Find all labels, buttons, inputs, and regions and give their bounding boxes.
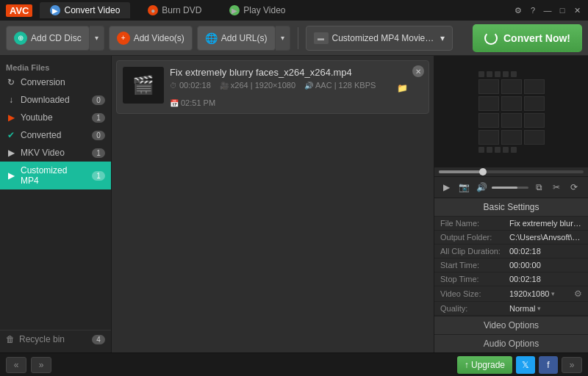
scrubber-track[interactable] — [439, 170, 584, 173]
converted-badge: 0 — [92, 131, 105, 140]
sidebar-item-mkv[interactable]: ▶ MKV Video 1 — [0, 144, 111, 162]
scissors-button[interactable]: ✂ — [549, 180, 564, 195]
convert-tab-label: Convert Video — [64, 5, 120, 15]
filename-label: File Name: — [440, 219, 506, 228]
settings-output-row: Output Folder: C:\Users\Anvsoft\Video\..… — [434, 231, 588, 245]
settings-icon[interactable]: ⚙ — [513, 5, 523, 15]
settings-start-row: Start Time: 00:00:00 — [434, 258, 588, 272]
output-value: C:\Users\Anvsoft\Video\... — [509, 233, 582, 242]
add-cd-label: Add CD Disc — [31, 33, 82, 43]
convert-now-label: Convert Now! — [503, 32, 570, 44]
mkv-badge: 1 — [92, 148, 105, 158]
bottom-right-controls: ↑ Upgrade 𝕏 f » — [457, 356, 582, 374]
quality-value[interactable]: Normal ▾ — [509, 304, 582, 313]
crop-button[interactable]: ⧉ — [531, 180, 546, 195]
preview-video-area — [434, 56, 588, 167]
twitter-button[interactable]: 𝕏 — [516, 356, 535, 374]
sidebar-section-label: Media Files — [0, 60, 111, 73]
film-icon: 🎬 — [132, 75, 154, 95]
sidebar-item-customized-mp4[interactable]: ▶ Customized MP4 1 — [0, 162, 111, 189]
convert-refresh-icon — [484, 32, 498, 45]
tab-play-video[interactable]: ▶ Play Video — [219, 2, 295, 18]
stop-label: Stop Time: — [440, 275, 506, 283]
convert-tab-icon: ▶ — [50, 5, 60, 15]
audio-options-button[interactable]: Audio Options — [434, 334, 588, 352]
play-button[interactable]: ▶ — [439, 180, 453, 195]
sidebar-item-conversion[interactable]: ↻ Conversion — [0, 73, 111, 91]
clock-icon: ⏱ — [170, 82, 177, 90]
bottom-nav-right[interactable]: » — [562, 357, 582, 373]
nav-left-button[interactable]: « — [6, 357, 26, 373]
sidebar-item-youtube[interactable]: ▶ Youtube 1 — [0, 109, 111, 126]
add-video-button[interactable]: + Add Video(s) — [109, 26, 193, 51]
main-content: Media Files ↻ Conversion ↓ Downloaded 0 … — [0, 56, 588, 352]
converted-label: Converted — [21, 130, 61, 140]
tab-burn-dvd[interactable]: ● Burn DVD — [137, 2, 212, 18]
duration-value: 00:02:18 — [509, 247, 582, 256]
settings-title: Basic Settings — [434, 198, 588, 217]
play-tab-label: Play Video — [243, 5, 285, 15]
recycle-badge: 4 — [92, 335, 105, 344]
mkv-icon: ▶ — [6, 148, 16, 158]
sidebar-item-converted[interactable]: ✔ Converted 0 — [0, 126, 111, 144]
file-thumbnail: 🎬 — [123, 67, 164, 104]
snapshot-button[interactable]: 📷 — [456, 180, 471, 195]
quality-arrow: ▾ — [537, 305, 541, 312]
preview-controls: ▶ 📷 🔊 ⧉ ✂ ⟳ — [434, 176, 588, 198]
downloaded-label: Downloaded — [21, 95, 70, 105]
scrubber-thumb[interactable] — [479, 168, 487, 176]
converted-icon: ✔ — [6, 130, 16, 140]
window-controls: ⚙ ? — □ ✕ — [513, 5, 582, 15]
videosize-label: Video Size: — [440, 289, 506, 298]
video-codec-icon: 🎥 — [220, 82, 229, 90]
volume-icon[interactable]: 🔊 — [474, 180, 489, 195]
video-options-button[interactable]: Video Options — [434, 316, 588, 334]
add-cd-dropdown[interactable]: ▾ — [90, 26, 104, 51]
burn-tab-label: Burn DVD — [162, 5, 201, 15]
file-close-button[interactable]: ✕ — [412, 65, 424, 77]
videosize-gear-icon[interactable]: ⚙ — [574, 289, 582, 299]
sidebar-item-downloaded[interactable]: ↓ Downloaded 0 — [0, 91, 111, 109]
add-url-button[interactable]: 🌐 Add URL(s) — [197, 26, 276, 51]
maximize-button[interactable]: □ — [557, 5, 567, 15]
duration-label: All Clip Duration: — [440, 247, 506, 256]
open-folder-icon[interactable]: 📁 — [397, 83, 408, 93]
quality-label: Quality: — [440, 304, 506, 313]
file-name: Fix extremely blurry faces_x264_x264.mp4 — [170, 67, 423, 78]
nav-right-button[interactable]: » — [31, 357, 51, 373]
preview-scrubber[interactable] — [434, 167, 588, 176]
app-logo: AVC — [6, 4, 32, 17]
youtube-label: Youtube — [21, 112, 53, 123]
settings-videosize-row: Video Size: 1920x1080 ▾ ⚙ — [434, 286, 588, 302]
toolbar: ⊕ Add CD Disc ▾ + Add Video(s) 🌐 Add URL… — [0, 21, 588, 56]
close-button[interactable]: ✕ — [572, 5, 582, 15]
tab-convert-video[interactable]: ▶ Convert Video — [40, 2, 130, 18]
customized-mp4-label: Customized MP4 — [21, 165, 87, 186]
output-label: Output Folder: — [440, 233, 506, 242]
filename-value: Fix extremely blurry faces_... — [509, 219, 582, 228]
bottom-bar: « » ↑ Upgrade 𝕏 f » — [0, 352, 588, 376]
volume-slider[interactable] — [492, 187, 528, 189]
add-url-label: Add URL(s) — [221, 33, 268, 43]
settings-panel: Basic Settings File Name: Fix extremely … — [434, 198, 588, 352]
sidebar-recycle-bin[interactable]: 🗑 Recycle bin 4 — [0, 330, 111, 348]
facebook-button[interactable]: f — [539, 356, 558, 374]
format-icon: ▬ — [314, 32, 329, 44]
videosize-value[interactable]: 1920x1080 ▾ — [509, 289, 571, 298]
start-label: Start Time: — [440, 261, 506, 270]
upgrade-button[interactable]: ↑ Upgrade — [457, 356, 512, 374]
add-cd-button[interactable]: ⊕ Add CD Disc — [6, 26, 90, 51]
help-icon[interactable]: ? — [528, 5, 538, 15]
minimize-button[interactable]: — — [542, 5, 553, 15]
settings-filename-row: File Name: Fix extremely blurry faces_..… — [434, 217, 588, 231]
mkv-label: MKV Video — [21, 148, 65, 158]
format-selector[interactable]: ▬ Customized MP4 Movie (*.mp4) ▾ — [306, 26, 453, 51]
youtube-icon: ▶ — [6, 112, 16, 123]
add-url-dropdown[interactable]: ▾ — [276, 26, 290, 51]
settings-stop-row: Stop Time: 00:02:18 — [434, 272, 588, 286]
convert-now-button[interactable]: Convert Now! — [473, 24, 582, 52]
url-icon: 🌐 — [205, 32, 218, 44]
effects-button[interactable]: ⟳ — [567, 180, 581, 195]
file-metadata: ⏱ 00:02:18 🎥 x264 | 1920×1080 🔊 AAC | 12… — [170, 81, 423, 107]
volume-fill — [492, 187, 517, 189]
